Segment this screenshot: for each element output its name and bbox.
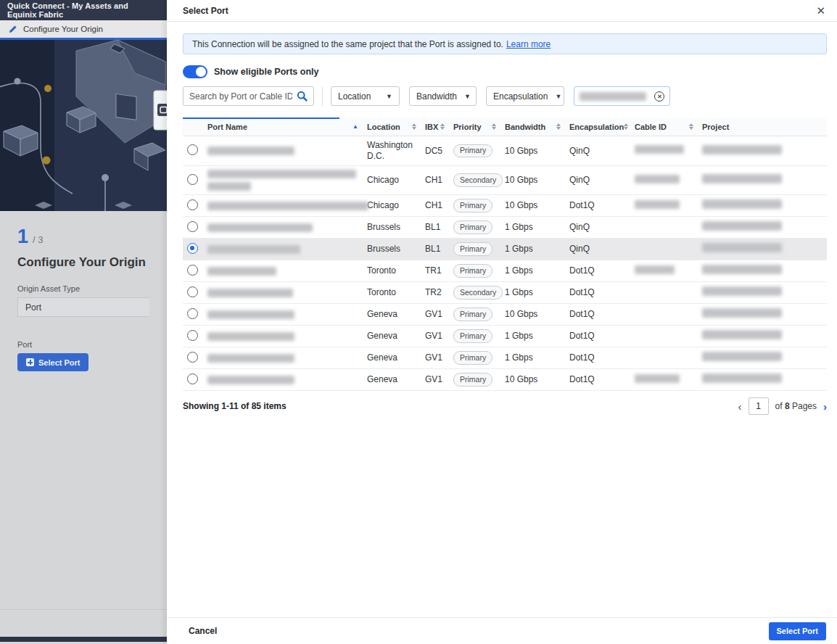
add-port-icon [26, 358, 34, 366]
port-radio[interactable] [187, 330, 198, 341]
project-cell [702, 308, 827, 321]
port-table-row[interactable]: BrusselsBL1Primary1 GbpsQinQ [183, 239, 827, 260]
search-icon[interactable] [297, 91, 308, 102]
column-label: Bandwidth [505, 123, 545, 131]
cable-id-cell [635, 145, 702, 157]
wizard-step-tab-label: Configure Your Origin [23, 25, 103, 33]
port-table-row[interactable]: BrusselsBL1Primary1 GbpsQinQ [183, 217, 827, 239]
project-cell [702, 174, 827, 186]
redacted-project [702, 199, 782, 209]
clear-filter-icon[interactable] [654, 91, 664, 102]
origin-asset-type-select[interactable]: Port [17, 297, 149, 317]
wizard-step-tab[interactable]: Configure Your Origin [0, 20, 167, 40]
pager-controls: ‹ of 8 Pages › [738, 397, 827, 415]
project-cell [702, 265, 827, 277]
location-filter-label: Location [338, 91, 371, 102]
redacted-port-name [207, 332, 360, 341]
project-cell [702, 221, 827, 234]
port-table-row[interactable]: Washington D.C.DC5Primary10 GbpsQinQ [183, 136, 827, 166]
port-radio[interactable] [187, 373, 198, 384]
priority-cell: Primary [453, 199, 505, 212]
sort-icon [492, 123, 496, 130]
port-radio[interactable] [187, 144, 198, 155]
encapsulation-filter-label: Encapsulation [493, 91, 548, 102]
port-radio[interactable] [187, 265, 198, 276]
port-table-row[interactable]: ChicagoCH1Secondary10 GbpsQinQ [183, 166, 827, 195]
redacted-cable-id [635, 145, 684, 154]
redacted-project [702, 330, 782, 339]
encapsulation-cell: Dot1Q [569, 200, 635, 211]
cancel-button[interactable]: Cancel [189, 626, 217, 636]
project-info-banner: This Connection will be assigned to the … [183, 33, 827, 54]
redacted-port-name [207, 376, 360, 384]
eligible-ports-toggle[interactable] [183, 65, 207, 78]
port-radio[interactable] [187, 308, 198, 319]
port-name-cell [207, 267, 367, 276]
filter-divider [322, 87, 323, 106]
port-table-row[interactable]: GenevaGV1Primary1 GbpsDot1Q [183, 326, 827, 347]
priority-badge: Secondary [453, 173, 503, 186]
column-label: Priority [453, 123, 482, 131]
bandwidth-filter-dropdown[interactable]: Bandwidth ▼ [409, 86, 477, 106]
port-table-row[interactable]: ChicagoCH1Primary10 GbpsDot1Q [183, 195, 827, 217]
priority-cell: Primary [453, 351, 505, 364]
ibx-cell: TR2 [425, 287, 453, 298]
project-cell [702, 243, 827, 255]
priority-badge: Primary [453, 242, 492, 255]
wizard-select-port-button[interactable]: Select Port [17, 353, 88, 371]
port-table-row[interactable]: GenevaGV1Primary1 GbpsDot1Q [183, 347, 827, 369]
redacted-project [702, 352, 782, 361]
port-radio-selected[interactable] [187, 243, 198, 254]
redacted-port-name [207, 354, 360, 363]
column-label: Project [702, 123, 729, 131]
priority-cell: Primary [453, 329, 505, 342]
column-header-port-name[interactable]: Port Name ▲ [207, 123, 367, 131]
radio-cell [183, 174, 207, 187]
redacted-project [702, 286, 782, 296]
bandwidth-cell: 1 Gbps [505, 287, 569, 298]
priority-cell: Primary [453, 144, 505, 157]
page-number-input[interactable] [749, 397, 769, 415]
select-port-submit-button[interactable]: Select Port [769, 622, 826, 640]
close-icon[interactable]: ✕ [816, 5, 825, 16]
column-header-ibx[interactable]: IBX [425, 123, 453, 131]
column-header-encapsulation[interactable]: Encapsulation [569, 123, 635, 131]
port-table-row[interactable]: GenevaGV1Primary10 GbpsDot1Q [183, 304, 827, 326]
bandwidth-cell: 1 Gbps [505, 222, 569, 233]
sort-icon [689, 123, 693, 130]
priority-badge: Primary [453, 264, 492, 277]
encapsulation-filter-dropdown[interactable]: Encapsulation ▼ [486, 86, 564, 106]
location-cell: Chicago [367, 175, 425, 186]
bandwidth-cell: 1 Gbps [505, 331, 569, 342]
priority-cell: Primary [453, 264, 505, 277]
location-cell: Geneva [367, 374, 425, 385]
previous-page-icon[interactable]: ‹ [738, 401, 742, 412]
items-summary: Showing 1-11 of 85 items [183, 401, 286, 411]
port-radio[interactable] [187, 286, 198, 297]
cable-id-cell [635, 200, 702, 212]
column-header-location[interactable]: Location [367, 123, 425, 131]
redacted-project [702, 174, 782, 183]
learn-more-link[interactable]: Learn more [506, 39, 551, 49]
port-radio[interactable] [187, 199, 198, 210]
redacted-port-name [207, 267, 360, 276]
port-radio[interactable] [187, 221, 198, 232]
ibx-cell: CH1 [425, 175, 453, 186]
location-filter-dropdown[interactable]: Location ▼ [331, 86, 400, 106]
redacted-text [207, 376, 294, 384]
port-table-row[interactable]: TorontoTR2Secondary1 GbpsDot1Q [183, 282, 827, 304]
port-radio[interactable] [187, 174, 198, 185]
radio-cell [183, 221, 207, 234]
bandwidth-cell: 1 Gbps [505, 244, 569, 255]
port-radio[interactable] [187, 352, 198, 363]
column-header-priority[interactable]: Priority [453, 123, 505, 131]
ibx-cell: DC5 [425, 146, 453, 157]
port-table-row[interactable]: TorontoTR1Primary1 GbpsDot1Q [183, 260, 827, 282]
ibx-cell: CH1 [425, 200, 453, 211]
port-table-row[interactable]: GenevaGV1Primary10 GbpsDot1Q [183, 369, 827, 391]
next-page-icon[interactable]: › [823, 401, 827, 412]
column-header-cable-id[interactable]: Cable ID [635, 123, 702, 131]
search-input[interactable] [189, 91, 292, 102]
location-cell: Geneva [367, 309, 425, 320]
column-header-bandwidth[interactable]: Bandwidth [505, 123, 569, 131]
